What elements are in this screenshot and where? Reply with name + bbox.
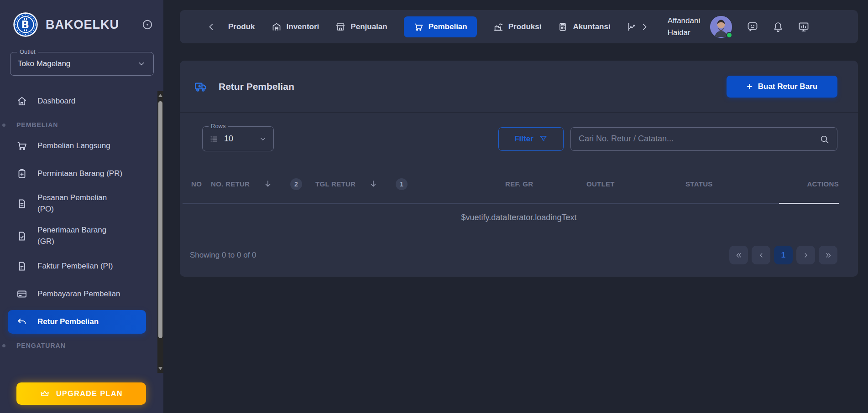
sidebar-pin-icon[interactable] — [141, 19, 153, 31]
last-page-button[interactable] — [819, 246, 837, 264]
column-actions[interactable]: ACTIONS — [807, 180, 839, 188]
sidebar-section-pembelian: PEMBELIAN — [8, 121, 146, 129]
tab-pembelian-active[interactable]: Pembelian — [404, 16, 477, 37]
clipboard-plus-icon — [16, 168, 27, 179]
sort-desc-icon[interactable] — [263, 179, 273, 189]
sort-order-badge: 1 — [396, 178, 408, 190]
scrollbar-thumb[interactable] — [158, 101, 162, 338]
create-retur-button[interactable]: + Buat Retur Baru — [727, 76, 837, 98]
column-status[interactable]: STATUS — [685, 180, 713, 188]
rows-label: Rows — [209, 123, 228, 129]
storefront-icon — [335, 22, 345, 32]
section-label: PENGATURAN — [16, 342, 66, 349]
cart-icon — [16, 140, 27, 151]
factory-icon — [493, 22, 503, 32]
column-outlet[interactable]: OUTLET — [586, 180, 615, 188]
sidebar-item-pesanan-pembelian[interactable]: Pesanan Pembelian (PO) — [8, 190, 146, 218]
plus-icon: + — [747, 81, 753, 93]
tab-label: Produk — [228, 22, 255, 31]
column-no[interactable]: NO — [191, 180, 202, 188]
next-page-button[interactable] — [796, 246, 815, 264]
table-loading-text: $vuetify.dataIterator.loadingText — [180, 213, 858, 222]
search-input[interactable] — [571, 128, 837, 150]
outlet-select[interactable]: Outlet Toko Magelang — [10, 52, 154, 76]
user-name[interactable]: Affandani Haidar — [668, 15, 701, 38]
return-arrow-icon — [16, 316, 27, 327]
sidebar-item-label: Permintaan Barang (PR) — [37, 169, 122, 178]
first-page-button[interactable] — [729, 246, 748, 264]
loading-progress-bar — [183, 203, 839, 204]
brand-logo-icon: B — [13, 12, 38, 37]
sidebar-item-pembayaran-pembelian[interactable]: Pembayaran Pembelian — [8, 282, 146, 306]
sidebar-item-dashboard[interactable]: Dashboard — [8, 89, 146, 113]
calculator-icon — [558, 22, 568, 32]
rows-per-page-select[interactable]: Rows 10 — [202, 126, 274, 151]
previous-page-button[interactable] — [752, 246, 770, 264]
filter-row: Rows 10 Filter — [202, 126, 837, 151]
online-status-dot — [726, 32, 732, 38]
search-icon[interactable] — [819, 134, 830, 145]
chevron-down-icon — [137, 59, 146, 68]
scroll-down-icon[interactable] — [157, 365, 163, 372]
sidebar-item-pembelian-langsung[interactable]: Pembelian Langsung — [8, 134, 146, 158]
column-no-retur[interactable]: NO. RETUR — [211, 180, 250, 188]
sidebar: B BAKOELKU Outlet Toko Magelang Dashboar… — [0, 0, 163, 413]
sidebar-item-label: Dashboard — [37, 97, 75, 106]
user-last-name: Haidar — [668, 27, 701, 39]
cart-icon — [413, 22, 424, 32]
create-retur-label: Buat Retur Baru — [758, 82, 817, 91]
sidebar-item-permintaan-barang[interactable]: Permintaan Barang (PR) — [8, 162, 146, 186]
tab-inventori[interactable]: Inventori — [272, 22, 319, 32]
tab-akuntansi[interactable]: Akuntansi — [558, 22, 610, 32]
column-tgl-retur[interactable]: TGL RETUR — [315, 180, 356, 188]
section-dot-icon — [2, 344, 5, 347]
list-icon — [209, 134, 219, 144]
tab-penjualan[interactable]: Penjualan — [335, 22, 387, 32]
scroll-up-icon[interactable] — [157, 92, 163, 99]
svg-text:B: B — [21, 19, 29, 31]
sort-desc-icon[interactable] — [368, 179, 378, 189]
user-first-name: Affandani — [668, 15, 701, 27]
chart-tab-clipped-icon[interactable] — [627, 22, 635, 32]
home-icon — [16, 96, 27, 107]
upgrade-plan-label: UPGRADE PLAN — [56, 390, 123, 398]
outlet-label: Outlet — [17, 48, 38, 55]
notifications-bell-icon[interactable] — [772, 21, 784, 33]
sidebar-item-label: Pembayaran Pembelian — [37, 289, 120, 299]
sidebar-item-penerimaan-barang[interactable]: Penerimaan Barang (GR) — [8, 222, 146, 250]
feedback-chat-icon[interactable] — [747, 21, 758, 33]
sidebar-scrollbar[interactable] — [157, 91, 163, 373]
sidebar-item-label: Penerimaan Barang (GR) — [37, 225, 125, 247]
retur-pembelian-card: Retur Pembelian + Buat Retur Baru Rows 1… — [180, 61, 858, 277]
tab-label: Inventori — [287, 22, 319, 31]
pagination: 1 — [729, 246, 837, 264]
tab-produk[interactable]: Produk — [228, 22, 255, 31]
brand-name: BAKOELKU — [46, 18, 119, 32]
tabs-scroll-left-icon[interactable] — [206, 22, 216, 32]
sidebar-item-faktur-pembelian[interactable]: Faktur Pembelian (PI) — [8, 254, 146, 278]
card-header: Retur Pembelian + Buat Retur Baru — [180, 61, 858, 113]
upgrade-plan-button[interactable]: UPGRADE PLAN — [16, 382, 146, 405]
user-avatar[interactable] — [710, 16, 732, 38]
progress-indicator — [779, 203, 839, 204]
section-label: PEMBELIAN — [16, 121, 58, 129]
column-ref-gr[interactable]: REF. GR — [505, 180, 533, 188]
warehouse-icon — [272, 22, 282, 32]
display-monitor-icon[interactable] — [798, 21, 810, 33]
document-lines-icon — [16, 198, 27, 209]
current-page-button[interactable]: 1 — [774, 246, 793, 264]
sidebar-item-label: Pembelian Langsung — [37, 141, 110, 150]
sort-order-badge: 2 — [290, 178, 302, 190]
tab-label: Produksi — [508, 22, 542, 31]
sidebar-item-retur-pembelian[interactable]: Retur Pembelian — [8, 310, 146, 334]
document-invoice-icon — [16, 261, 27, 272]
rows-value: 10 — [224, 134, 233, 144]
outlet-value: Toko Magelang — [18, 59, 70, 68]
tabs-scroll-right-icon[interactable] — [639, 22, 649, 32]
filter-label: Filter — [514, 134, 533, 144]
filter-button[interactable]: Filter — [498, 127, 564, 151]
pagination-summary: Showing 0 to 0 of 0 — [190, 251, 256, 260]
search-box — [570, 127, 837, 151]
tab-produksi[interactable]: Produksi — [493, 22, 542, 32]
sidebar-nav: Dashboard PEMBELIAN Pembelian Langsung P… — [0, 89, 163, 349]
